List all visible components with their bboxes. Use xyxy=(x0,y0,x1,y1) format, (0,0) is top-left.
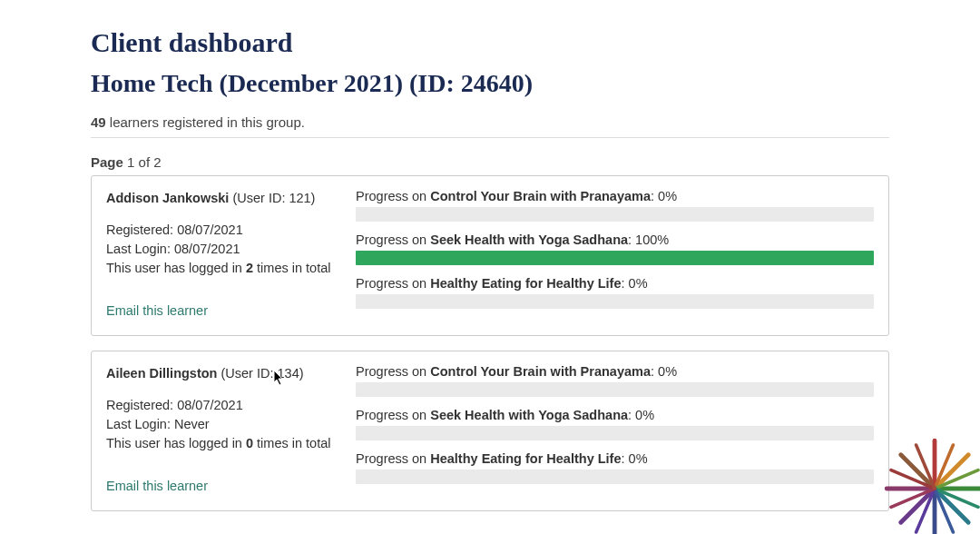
progress-bar xyxy=(356,470,874,484)
learner-user-id: (User ID: 134) xyxy=(217,366,303,381)
learner-progress: Progress on Control Your Brain with Pran… xyxy=(356,189,874,321)
course-name: Seek Health with Yoga Sadhana xyxy=(430,408,628,422)
course-name: Healthy Eating for Healthy Life xyxy=(430,276,621,291)
page-title: Client dashboard xyxy=(91,27,889,58)
progress-label: Progress on Control Your Brain with Pran… xyxy=(356,189,874,203)
course-name: Control Your Brain with Pranayama xyxy=(430,189,651,203)
svg-line-11 xyxy=(935,489,953,532)
course-name: Healthy Eating for Healthy Life xyxy=(430,451,621,466)
progress-bar xyxy=(356,382,874,397)
group-title: Home Tech (December 2021) (ID: 24640) xyxy=(91,69,889,98)
progress-bar xyxy=(356,207,874,222)
progress-label: Progress on Control Your Brain with Pran… xyxy=(356,364,874,379)
progress-label: Progress on Healthy Eating for Healthy L… xyxy=(356,276,874,291)
login-count-row: This user has logged in 2 times in total xyxy=(106,259,338,278)
registered-row: Registered: 08/07/2021 xyxy=(106,396,338,415)
learner-count: 49 xyxy=(91,114,106,130)
svg-line-8 xyxy=(935,445,953,489)
last-login-row: Last Login: 08/07/2021 xyxy=(106,240,338,259)
learner-progress: Progress on Control Your Brain with Pran… xyxy=(356,364,874,496)
learner-name-row: Addison Jankowski (User ID: 121) xyxy=(106,189,338,208)
progress-bar xyxy=(356,426,874,440)
progress-bar xyxy=(356,294,874,309)
learner-user-id: (User ID: 121) xyxy=(229,191,315,205)
progress-bar xyxy=(356,251,874,265)
progress-label: Progress on Seek Health with Yoga Sadhan… xyxy=(356,408,874,422)
progress-block: Progress on Seek Health with Yoga Sadhan… xyxy=(356,408,874,440)
login-count-row: This user has logged in 0 times in total xyxy=(106,434,338,453)
progress-label: Progress on Healthy Eating for Healthy L… xyxy=(356,451,874,466)
registered-row: Registered: 08/07/2021 xyxy=(106,221,338,240)
email-learner-link[interactable]: Email this learner xyxy=(106,302,208,321)
progress-block: Progress on Control Your Brain with Pran… xyxy=(356,189,874,222)
learner-info: Addison Jankowski (User ID: 121)Register… xyxy=(106,189,338,321)
pager-total: 2 xyxy=(153,154,161,170)
learner-name: Aileen Dillingston xyxy=(106,366,217,381)
email-learner-link[interactable]: Email this learner xyxy=(106,477,208,496)
pager: Page 1 of 2 xyxy=(91,154,889,170)
svg-line-12 xyxy=(916,489,935,532)
progress-fill xyxy=(356,251,874,265)
pager-of: of xyxy=(134,154,153,170)
course-name: Seek Health with Yoga Sadhana xyxy=(430,232,628,247)
progress-block: Progress on Healthy Eating for Healthy L… xyxy=(356,451,874,484)
progress-block: Progress on Healthy Eating for Healthy L… xyxy=(356,276,874,309)
last-login-row: Last Login: Never xyxy=(106,415,338,434)
summary-text: learners registered in this group. xyxy=(106,114,305,130)
svg-line-3 xyxy=(935,489,968,522)
course-name: Control Your Brain with Pranayama xyxy=(430,364,651,379)
summary-line: 49 learners registered in this group. xyxy=(91,114,889,138)
learner-card: Aileen Dillingston (User ID: 134)Registe… xyxy=(91,351,889,511)
svg-line-13 xyxy=(891,489,935,507)
learner-name: Addison Jankowski xyxy=(106,191,229,205)
svg-line-15 xyxy=(916,445,935,489)
progress-block: Progress on Seek Health with Yoga Sadhan… xyxy=(356,232,874,265)
svg-line-1 xyxy=(935,455,968,489)
logo-burst-icon xyxy=(880,434,980,534)
learner-card: Addison Jankowski (User ID: 121)Register… xyxy=(91,175,889,336)
svg-line-10 xyxy=(935,489,978,507)
svg-line-7 xyxy=(901,455,935,489)
progress-block: Progress on Control Your Brain with Pran… xyxy=(356,364,874,397)
learner-info: Aileen Dillingston (User ID: 134)Registe… xyxy=(106,364,338,496)
svg-line-9 xyxy=(935,470,978,489)
learner-name-row: Aileen Dillingston (User ID: 134) xyxy=(106,364,338,383)
pager-prefix: Page xyxy=(91,154,127,170)
progress-label: Progress on Seek Health with Yoga Sadhan… xyxy=(356,232,874,247)
svg-line-14 xyxy=(891,470,935,489)
svg-line-5 xyxy=(901,489,935,522)
